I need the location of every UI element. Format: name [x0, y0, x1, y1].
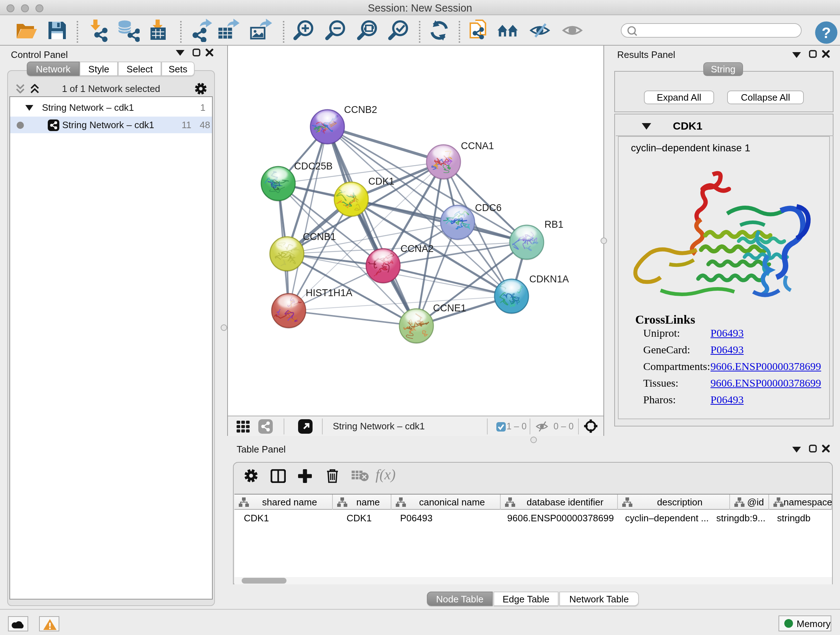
svg-text:RB1: RB1	[545, 219, 564, 230]
svg-text:CCNE1: CCNE1	[433, 302, 466, 314]
svg-text:CDC6: CDC6	[475, 203, 502, 213]
svg-text:CDKN1A: CDKN1A	[529, 274, 569, 285]
svg-text:CDC25B: CDC25B	[294, 161, 333, 172]
svg-text:CCNB2: CCNB2	[344, 104, 377, 115]
svg-text:CCNA2: CCNA2	[401, 243, 434, 254]
svg-text:?: ?	[821, 24, 831, 41]
svg-text:CCNB1: CCNB1	[303, 231, 336, 242]
svg-text:CCNA1: CCNA1	[461, 141, 494, 151]
svg-text:HIST1H1A: HIST1H1A	[306, 287, 352, 298]
svg-text:CDK1: CDK1	[368, 176, 394, 187]
